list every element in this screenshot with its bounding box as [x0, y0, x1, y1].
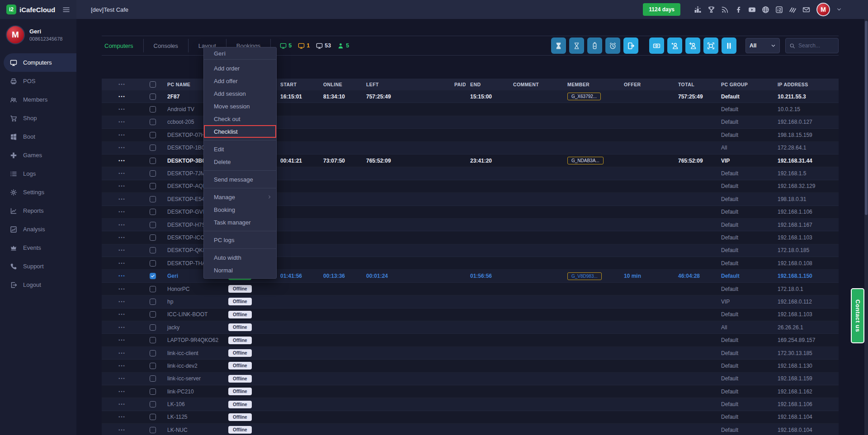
table-row[interactable]: •••jackyOfflineAll26.26.26.1 [102, 321, 839, 334]
menu-item-auto-width[interactable]: Auto width [204, 251, 276, 264]
menu-item-checklist[interactable]: Checklist [204, 125, 276, 138]
rss-icon[interactable] [721, 6, 729, 14]
row-menu-button[interactable]: ••• [102, 402, 142, 407]
sidebar-item-pos[interactable]: POS [0, 72, 76, 90]
menu-item-delete[interactable]: Delete [204, 155, 276, 168]
menu-item-booking[interactable]: Booking [204, 203, 276, 216]
user-avatar[interactable]: M [816, 3, 830, 16]
table-row[interactable]: •••LK-106OfflineDefault192.168.1.106 [102, 398, 839, 411]
youtube-icon[interactable] [748, 6, 756, 14]
row-checkbox[interactable] [150, 324, 156, 331]
row-checkbox[interactable] [150, 286, 156, 292]
menu-item-task-manager[interactable]: Task manager [204, 216, 276, 229]
row-checkbox[interactable] [150, 311, 156, 318]
sidebar-item-computers[interactable]: Computers [4, 53, 76, 72]
menu-item-add-session[interactable]: Add session [204, 87, 276, 100]
battery-button[interactable] [587, 37, 602, 54]
subscription-days-badge[interactable]: 1124 days [643, 3, 680, 16]
scan-box-button[interactable] [703, 37, 718, 54]
menu-item-add-offer[interactable]: Add offer [204, 75, 276, 87]
table-row[interactable]: •••LAPTOP-9R4QKO62OfflineDefault169.254.… [102, 334, 839, 346]
row-menu-button[interactable]: ••• [102, 351, 142, 355]
row-checkbox[interactable] [150, 234, 156, 241]
row-menu-button[interactable]: ••• [102, 312, 142, 317]
sidebar-item-games[interactable]: Games [0, 146, 76, 164]
sidebar-item-analysis[interactable]: Analysis [0, 220, 76, 239]
hamburger-menu-icon[interactable] [62, 6, 70, 14]
facebook-icon[interactable] [735, 6, 742, 14]
alarm-clock-button[interactable] [605, 37, 620, 54]
row-checkbox[interactable] [150, 414, 156, 420]
contact-us-button[interactable]: Contact us [851, 288, 864, 343]
scrollbar-thumb[interactable] [865, 21, 868, 215]
row-menu-button[interactable]: ••• [102, 235, 142, 240]
sidebar-item-support[interactable]: Support [0, 257, 76, 276]
menu-item-manage[interactable]: Manage [204, 191, 276, 203]
table-row[interactable]: •••hpOfflineVIP192.168.0.112 [102, 295, 839, 308]
menu-item-pc-logs[interactable]: PC logs [204, 234, 276, 246]
menu-item-send-message[interactable]: Send message [204, 173, 276, 186]
pause-button[interactable] [722, 37, 736, 54]
sidebar-item-logs[interactable]: Logs [0, 164, 76, 183]
search-input[interactable] [798, 42, 831, 49]
row-menu-button[interactable]: ••• [102, 415, 142, 419]
row-menu-button[interactable]: ••• [102, 261, 142, 266]
pc-group-filter-select[interactable]: All [745, 38, 780, 53]
account-chevron-down-icon[interactable] [836, 7, 842, 12]
row-checkbox[interactable] [150, 350, 156, 356]
sidebar-item-settings[interactable]: Settings [0, 183, 76, 201]
row-checkbox[interactable] [150, 337, 156, 343]
row-menu-button[interactable]: ••• [102, 248, 142, 253]
row-menu-button[interactable]: ••• [102, 287, 142, 291]
sign-out-button[interactable] [623, 37, 638, 54]
select-all-checkbox[interactable] [150, 81, 156, 88]
row-checkbox[interactable] [150, 119, 156, 125]
table-row[interactable]: •••link-icc-dev2OfflineDefault192.168.1.… [102, 360, 839, 372]
row-checkbox[interactable] [150, 375, 156, 382]
row-checkbox[interactable] [150, 145, 156, 151]
row-menu-button[interactable]: ••• [102, 107, 142, 112]
sidebar-item-members[interactable]: Members [0, 90, 76, 109]
row-menu-button[interactable]: ••• [102, 94, 142, 99]
row-menu-button[interactable]: ••• [102, 428, 142, 432]
hourglass-filled-button[interactable] [551, 37, 566, 54]
menu-item-normal[interactable]: Normal [204, 264, 276, 276]
row-checkbox[interactable] [150, 209, 156, 215]
layers-icon[interactable] [789, 6, 797, 14]
header-row-menu[interactable]: ••• [102, 82, 142, 87]
row-menu-button[interactable]: ••• [102, 171, 142, 176]
row-menu-button[interactable]: ••• [102, 133, 142, 137]
row-checkbox[interactable] [150, 170, 156, 177]
row-menu-button[interactable]: ••• [102, 184, 142, 188]
tab-computers[interactable]: Computers [102, 39, 144, 52]
row-menu-button[interactable]: ••• [102, 210, 142, 214]
row-checkbox[interactable] [150, 94, 156, 100]
row-menu-button[interactable]: ••• [102, 223, 142, 227]
table-row[interactable]: •••link-icc-clientOfflineDefault172.30.1… [102, 347, 839, 360]
row-menu-button[interactable]: ••• [102, 145, 142, 150]
trophy-icon[interactable] [708, 6, 715, 14]
row-menu-button[interactable]: ••• [102, 389, 142, 394]
row-checkbox[interactable] [150, 158, 156, 164]
table-row[interactable]: •••link-PC210OfflineDefault192.168.1.162 [102, 385, 839, 398]
banknote-button[interactable] [649, 37, 664, 54]
tab-consoles[interactable]: Consoles [144, 39, 189, 52]
user-star-button[interactable] [667, 37, 682, 54]
row-checkbox[interactable] [150, 260, 156, 267]
row-menu-button[interactable]: ••• [102, 376, 142, 381]
sidebar-item-logout[interactable]: Logout [0, 276, 76, 294]
row-checkbox[interactable] [150, 196, 156, 202]
row-checkbox[interactable] [150, 427, 156, 433]
table-row[interactable]: •••link-icc-serverOfflineDefault192.168.… [102, 373, 839, 385]
ranking-icon[interactable] [694, 6, 702, 14]
menu-item-edit[interactable]: Edit [204, 143, 276, 155]
row-menu-button[interactable]: ••• [102, 120, 142, 124]
row-checkbox[interactable] [150, 247, 156, 253]
sidebar-item-events[interactable]: Events [0, 239, 76, 257]
user-plus-button[interactable] [685, 37, 700, 54]
menu-item-add-order[interactable]: Add order [204, 62, 276, 75]
row-checkbox[interactable] [150, 363, 156, 369]
row-checkbox[interactable] [150, 401, 156, 407]
row-menu-button[interactable]: ••• [102, 274, 142, 278]
row-checkbox[interactable] [150, 273, 156, 279]
